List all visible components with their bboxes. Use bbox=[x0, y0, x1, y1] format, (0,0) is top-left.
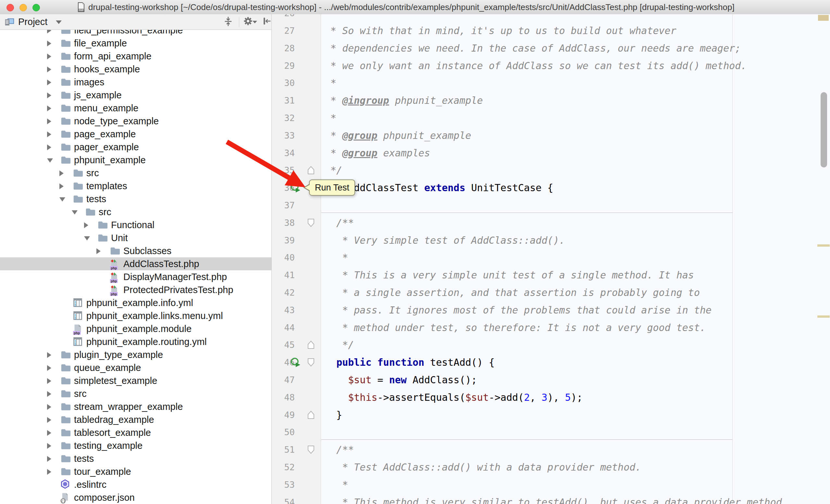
tree-item-label[interactable]: src bbox=[74, 387, 87, 400]
code-line-text[interactable]: * we only want an instance of AddClass s… bbox=[325, 57, 746, 75]
collapsed-arrow-icon[interactable] bbox=[47, 119, 51, 124]
code-line[interactable]: 29 * we only want an instance of AddClas… bbox=[272, 57, 830, 75]
collapsed-arrow-icon[interactable] bbox=[47, 40, 51, 46]
code-line-text[interactable]: * dependencies we need. In the case of A… bbox=[325, 40, 741, 57]
collapsed-arrow-icon[interactable] bbox=[59, 183, 64, 189]
tree-row[interactable]: simpletest_example bbox=[0, 374, 272, 387]
code-line[interactable]: 38 /** bbox=[272, 214, 830, 232]
code-line-text[interactable]: /** bbox=[325, 441, 354, 459]
code-line-text[interactable]: * a single assertion, and that assertion… bbox=[325, 284, 700, 302]
collapsed-arrow-icon[interactable] bbox=[47, 352, 51, 358]
tree-row[interactable]: phpunit_example.links.menu.yml bbox=[0, 309, 272, 322]
tree-item-label[interactable]: templates bbox=[86, 179, 127, 193]
tree-item-label[interactable]: tabledrag_example bbox=[74, 413, 154, 426]
code-line[interactable]: 44 * method under test, so therefore: It… bbox=[272, 319, 830, 337]
code-line[interactable]: 43 * pass. It ignores most of the proble… bbox=[272, 302, 830, 319]
collapsed-arrow-icon[interactable] bbox=[47, 54, 51, 59]
code-line[interactable]: 34 * @group examples bbox=[272, 144, 830, 162]
code-line-text[interactable]: } bbox=[325, 406, 342, 424]
tree-row[interactable]: tour_example bbox=[0, 465, 272, 478]
code-line[interactable]: 40 * bbox=[272, 249, 830, 266]
tree-row[interactable]: phpProtectedPrivatesTest.php bbox=[0, 283, 272, 296]
fold-marker-icon[interactable] bbox=[308, 445, 315, 455]
code-line-text[interactable]: */ bbox=[325, 336, 354, 354]
tree-item-label[interactable]: file_example bbox=[74, 37, 127, 49]
code-line-text[interactable]: AddClassTest extends UnitTestCase { bbox=[325, 179, 553, 197]
code-line[interactable]: 52 * Test AddClass::add() with a data pr… bbox=[272, 459, 830, 476]
tree-row[interactable]: stream_wrapper_example bbox=[0, 400, 272, 413]
fold-marker-icon[interactable] bbox=[308, 219, 315, 229]
code-line-text[interactable]: * @group phpunit_example bbox=[325, 127, 471, 144]
code-line[interactable]: 33 * @group phpunit_example bbox=[272, 127, 830, 144]
run-test-gutter-icon[interactable] bbox=[290, 183, 301, 194]
code-line[interactable]: 41 * This is a very simple unit test of … bbox=[272, 266, 830, 284]
code-line[interactable]: 54 * This method is very similar to test… bbox=[272, 494, 830, 504]
code-line[interactable]: 36 AddClassTest extends UnitTestCase { bbox=[272, 179, 830, 197]
tree-item-label[interactable]: phpunit_example bbox=[74, 154, 146, 167]
tree-item-label[interactable]: queue_example bbox=[74, 361, 141, 374]
collapsed-arrow-icon[interactable] bbox=[47, 391, 51, 397]
tree-row[interactable]: Functional bbox=[0, 219, 272, 231]
code-line-text[interactable]: * bbox=[325, 249, 348, 266]
code-line[interactable]: 27 * So with that in mind, it's up to us… bbox=[272, 22, 830, 40]
project-tree[interactable]: field_permission_examplefile_exampleform… bbox=[0, 14, 272, 504]
tree-row[interactable]: tests bbox=[0, 452, 272, 465]
tree-item-label[interactable]: Subclasses bbox=[123, 244, 171, 257]
collapsed-arrow-icon[interactable] bbox=[47, 131, 51, 137]
expanded-arrow-icon[interactable] bbox=[72, 210, 77, 214]
collapsed-arrow-icon[interactable] bbox=[84, 222, 88, 228]
tree-item-label[interactable]: composer.json bbox=[74, 491, 135, 504]
code-line[interactable]: 28 * dependencies we need. In the case o… bbox=[272, 40, 830, 57]
tree-row[interactable]: js_example bbox=[0, 89, 272, 102]
collapsed-arrow-icon[interactable] bbox=[59, 170, 64, 176]
code-line-text[interactable]: * This method is very similar to testAdd… bbox=[325, 494, 782, 504]
tree-row[interactable]: phpunit_example.info.yml bbox=[0, 296, 272, 309]
tree-item-label[interactable]: tour_example bbox=[74, 465, 131, 478]
code-line[interactable]: 46 public function testAdd() { bbox=[272, 354, 830, 371]
collapsed-arrow-icon[interactable] bbox=[47, 144, 51, 150]
collapsed-arrow-icon[interactable] bbox=[47, 456, 51, 462]
tree-item-label[interactable]: src bbox=[86, 167, 99, 179]
tree-row[interactable]: phpDisplayManagerTest.php bbox=[0, 270, 272, 283]
code-line[interactable]: 47 $sut = new AddClass(); bbox=[272, 371, 830, 389]
tree-row[interactable]: file_example bbox=[0, 37, 272, 49]
tree-row[interactable]: phpAddClassTest.php bbox=[0, 257, 272, 270]
code-line[interactable]: 48 $this->assertEquals($sut->add(2, 3), … bbox=[272, 389, 830, 406]
code-line-text[interactable]: $this->assertEquals($sut->add(2, 3), 5); bbox=[325, 389, 583, 406]
tree-row[interactable]: {}composer.json bbox=[0, 491, 272, 504]
code-line-text[interactable]: * This is a very simple unit test of a s… bbox=[325, 266, 694, 284]
tree-item-label[interactable]: node_type_example bbox=[74, 114, 159, 128]
tree-row[interactable]: .eslintrc bbox=[0, 478, 272, 491]
code-line-text[interactable]: * bbox=[325, 109, 336, 127]
collapsed-arrow-icon[interactable] bbox=[47, 430, 51, 436]
settings-button[interactable] bbox=[241, 16, 256, 28]
collapsed-arrow-icon[interactable] bbox=[47, 404, 51, 410]
tree-item-label[interactable]: phpunit_example.info.yml bbox=[86, 296, 193, 309]
collapsed-arrow-icon[interactable] bbox=[47, 469, 51, 475]
tree-item-label[interactable]: tablesort_example bbox=[74, 426, 151, 439]
code-line-text[interactable]: /** bbox=[325, 214, 354, 232]
tree-item-label[interactable]: src bbox=[99, 205, 111, 219]
code-line-text[interactable]: * So with that in mind, it's up to us to… bbox=[325, 22, 676, 40]
tree-row[interactable]: src bbox=[0, 167, 272, 179]
expanded-arrow-icon[interactable] bbox=[47, 158, 53, 163]
code-line-text[interactable]: * @group examples bbox=[325, 144, 430, 162]
code-line[interactable]: 50 bbox=[272, 424, 830, 441]
tree-row[interactable]: hooks_example bbox=[0, 63, 272, 76]
tree-item-label[interactable]: ProtectedPrivatesTest.php bbox=[123, 283, 233, 296]
tree-row[interactable]: tests bbox=[0, 193, 272, 205]
tree-row[interactable]: node_type_example bbox=[0, 114, 272, 128]
code-line[interactable]: 45 */ bbox=[272, 336, 830, 354]
code-line-text[interactable]: * bbox=[325, 476, 348, 494]
tree-item-label[interactable]: hooks_example bbox=[74, 63, 140, 76]
tree-item-label[interactable]: stream_wrapper_example bbox=[74, 400, 183, 413]
tree-item-label[interactable]: testing_example bbox=[74, 439, 142, 452]
tree-row[interactable]: form_api_example bbox=[0, 49, 272, 63]
code-line[interactable]: 26 bbox=[272, 14, 830, 22]
tree-row[interactable]: templates bbox=[0, 179, 272, 193]
zoom-window-button[interactable] bbox=[32, 4, 40, 11]
project-dropdown-caret-icon[interactable] bbox=[56, 21, 62, 24]
fold-marker-icon[interactable] bbox=[308, 410, 315, 421]
scrollbar-thumb[interactable] bbox=[821, 92, 827, 167]
code-line[interactable]: 39 * Very simple test of AddClass::add()… bbox=[272, 232, 830, 249]
